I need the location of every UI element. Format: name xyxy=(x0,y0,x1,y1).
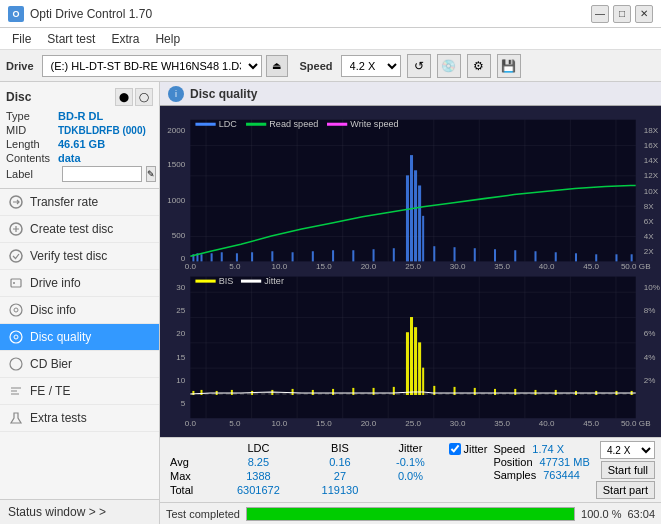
maximize-button[interactable]: □ xyxy=(613,5,631,23)
disc-icon-btn-2[interactable]: ◯ xyxy=(135,88,153,106)
svg-point-7 xyxy=(10,331,22,343)
status-window-button[interactable]: Status window > > xyxy=(0,499,159,524)
eject-button[interactable]: ⏏ xyxy=(266,55,288,77)
svg-text:0.0: 0.0 xyxy=(185,262,197,271)
svg-rect-51 xyxy=(292,252,294,261)
disc-panel: Disc ⬤ ◯ Type BD-R DL MID TDKBLDRFB (000… xyxy=(0,82,159,189)
drive-select[interactable]: (E:) HL-DT-ST BD-RE WH16NS48 1.D3 xyxy=(42,55,262,77)
svg-text:12X: 12X xyxy=(644,171,659,180)
disc-icon-btn-1[interactable]: ⬤ xyxy=(115,88,133,106)
title-bar-left: O Opti Drive Control 1.70 xyxy=(8,6,152,22)
save-button[interactable]: 💾 xyxy=(497,54,521,78)
svg-rect-113 xyxy=(393,387,395,395)
progress-bar-inner xyxy=(247,508,574,520)
svg-text:500: 500 xyxy=(172,231,186,240)
progress-percent: 100.0 % xyxy=(581,508,621,520)
speed-select[interactable]: 4.2 X xyxy=(341,55,401,77)
jitter-checkbox-area: Jitter xyxy=(449,441,488,455)
svg-text:2X: 2X xyxy=(644,247,654,256)
svg-rect-70 xyxy=(595,254,597,261)
refresh-button[interactable]: ↺ xyxy=(407,54,431,78)
svg-rect-49 xyxy=(251,252,253,261)
svg-rect-77 xyxy=(241,280,261,283)
speed-select-stats[interactable]: 4.2 X xyxy=(600,441,655,459)
disc-info-icon xyxy=(8,302,24,318)
svg-text:4%: 4% xyxy=(644,353,656,362)
start-part-button[interactable]: Start part xyxy=(596,481,655,499)
menu-help[interactable]: Help xyxy=(147,30,188,48)
extra-tests-icon xyxy=(8,410,24,426)
svg-rect-63 xyxy=(454,247,456,261)
sidebar: Disc ⬤ ◯ Type BD-R DL MID TDKBLDRFB (000… xyxy=(0,82,160,524)
disc-icon-area: ⬤ ◯ xyxy=(115,88,153,106)
svg-text:6X: 6X xyxy=(644,217,654,226)
disc-quality-title: Disc quality xyxy=(190,87,257,101)
svg-text:0.0: 0.0 xyxy=(185,419,197,428)
svg-point-9 xyxy=(10,358,22,370)
svg-point-4 xyxy=(13,282,15,284)
disc-button[interactable]: 💿 xyxy=(437,54,461,78)
svg-rect-116 xyxy=(414,327,417,395)
svg-rect-47 xyxy=(221,252,223,261)
label-edit-button[interactable]: ✎ xyxy=(146,166,156,182)
sidebar-item-label-drive-info: Drive info xyxy=(30,276,81,290)
svg-rect-67 xyxy=(534,251,536,261)
sidebar-item-label-disc-quality: Disc quality xyxy=(30,330,91,344)
nav-list: Transfer rate Create test disc Verify te… xyxy=(0,189,159,499)
svg-text:15.0: 15.0 xyxy=(316,262,332,271)
disc-panel-header: Disc ⬤ ◯ xyxy=(6,88,153,106)
svg-point-8 xyxy=(14,335,18,339)
close-button[interactable]: ✕ xyxy=(635,5,653,23)
stats-bis-header: BIS xyxy=(302,441,379,455)
svg-text:45.0: 45.0 xyxy=(583,419,599,428)
samples-label: Samples xyxy=(493,469,536,481)
sidebar-item-verify-test-disc[interactable]: Verify test disc xyxy=(0,243,159,270)
sidebar-item-drive-info[interactable]: Drive info xyxy=(0,270,159,297)
svg-text:20.0: 20.0 xyxy=(361,262,377,271)
svg-rect-71 xyxy=(615,254,617,261)
svg-rect-16 xyxy=(327,123,347,126)
svg-text:40.0: 40.0 xyxy=(539,419,555,428)
svg-text:35.0: 35.0 xyxy=(494,419,510,428)
svg-text:16X: 16X xyxy=(644,141,659,150)
sidebar-item-fe-te[interactable]: FE / TE xyxy=(0,378,159,405)
svg-text:8X: 8X xyxy=(644,202,654,211)
menu-file[interactable]: File xyxy=(4,30,39,48)
svg-text:Write speed: Write speed xyxy=(350,119,398,129)
disc-type-value: BD-R DL xyxy=(58,110,103,122)
svg-rect-121 xyxy=(474,388,476,395)
label-input[interactable] xyxy=(62,166,142,182)
sidebar-item-label-extra-tests: Extra tests xyxy=(30,411,87,425)
settings-button[interactable]: ⚙ xyxy=(467,54,491,78)
svg-rect-50 xyxy=(271,251,273,261)
sidebar-item-disc-quality[interactable]: Disc quality xyxy=(0,324,159,351)
disc-length-label: Length xyxy=(6,138,58,150)
start-full-button[interactable]: Start full xyxy=(601,461,655,479)
menu-extra[interactable]: Extra xyxy=(103,30,147,48)
svg-text:50.0 GB: 50.0 GB xyxy=(621,419,651,428)
svg-rect-61 xyxy=(422,216,424,262)
svg-rect-48 xyxy=(236,253,238,261)
svg-text:35.0: 35.0 xyxy=(494,262,510,271)
menu-start-test[interactable]: Start test xyxy=(39,30,103,48)
svg-rect-114 xyxy=(406,332,409,395)
stats-max-ldc: 1388 xyxy=(215,469,301,483)
minimize-button[interactable]: — xyxy=(591,5,609,23)
sidebar-item-transfer-rate[interactable]: Transfer rate xyxy=(0,189,159,216)
svg-rect-54 xyxy=(352,250,354,261)
create-test-disc-icon xyxy=(8,221,24,237)
app-icon: O xyxy=(8,6,24,22)
sidebar-item-cd-bier[interactable]: CD Bier xyxy=(0,351,159,378)
sidebar-item-disc-info[interactable]: Disc info xyxy=(0,297,159,324)
svg-rect-112 xyxy=(373,388,375,395)
svg-rect-62 xyxy=(433,246,435,261)
cd-bier-icon xyxy=(8,356,24,372)
fe-te-icon xyxy=(8,383,24,399)
position-value: 47731 MB xyxy=(540,456,590,468)
position-label: Position xyxy=(493,456,532,468)
progress-time: 63:04 xyxy=(627,508,655,520)
sidebar-item-create-test-disc[interactable]: Create test disc xyxy=(0,216,159,243)
sidebar-item-extra-tests[interactable]: Extra tests xyxy=(0,405,159,432)
disc-mid-row: MID TDKBLDRFB (000) xyxy=(6,124,153,136)
jitter-checkbox[interactable] xyxy=(449,443,461,455)
